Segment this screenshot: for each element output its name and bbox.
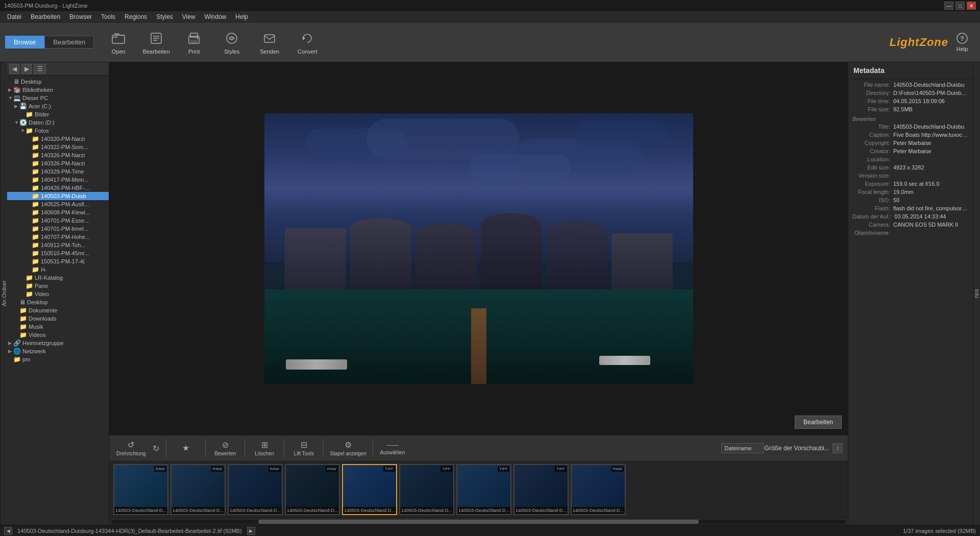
close-button[interactable]: ✕ xyxy=(967,2,976,10)
thumb-badge: RAW xyxy=(326,466,338,472)
filmstrip-thumb[interactable]: TIFF140503-Deutschland-D... xyxy=(513,464,569,515)
menu-item-styles[interactable]: Styles xyxy=(152,12,177,21)
folder-icon: 🖥 xyxy=(13,78,19,85)
tree-item[interactable]: 📁140322-PM-Som... xyxy=(7,143,109,151)
bearbeiten-button[interactable]: Bearbeiten xyxy=(138,24,175,61)
status-arrow-right[interactable]: ▶ xyxy=(247,527,255,535)
open-button[interactable]: Open xyxy=(100,24,137,61)
scroll-thumb[interactable] xyxy=(258,520,699,524)
sort-select[interactable]: DateinameDatumDateigrößeDateityp xyxy=(721,443,764,453)
tree-label: Acer (C:) xyxy=(29,103,51,109)
scroll-track[interactable] xyxy=(111,520,846,524)
tree-item[interactable]: 📁Videos xyxy=(7,331,109,339)
an-ordner-tab[interactable]: An Ordner xyxy=(0,62,7,525)
tree-item[interactable]: 📁140701-PM-Esse... xyxy=(7,216,109,225)
rotate-right-button[interactable]: ↻ xyxy=(150,443,162,454)
groesse-button[interactable]: —— Auswählen xyxy=(377,441,408,456)
tree-item[interactable]: 📁140329-PM-Time xyxy=(7,167,109,176)
back-button[interactable]: ◀ xyxy=(9,64,19,74)
tree-item[interactable]: ▼💻Dieser PC xyxy=(7,94,109,102)
menu-item-window[interactable]: Window xyxy=(201,12,231,21)
forward-button[interactable]: ▶ xyxy=(21,64,32,74)
help-button[interactable]: ? Help xyxy=(949,24,975,61)
loeschen-label: Bewerten xyxy=(214,451,236,456)
folder-icon: 💽 xyxy=(19,119,27,126)
filmstrip-thumb[interactable]: RAW140503-Deutschland-D... xyxy=(170,464,226,515)
filmstrip-thumb[interactable]: RAW140503-Deutschland-D... xyxy=(571,464,626,515)
menu-item-bearbeiten[interactable]: Bearbeiten xyxy=(27,12,64,21)
styles-button[interactable]: Styles xyxy=(213,24,250,61)
tree-label: Heimnetzgruppe xyxy=(22,340,64,346)
tree-item[interactable]: ▶🔗Heimnetzgruppe xyxy=(7,339,109,347)
tree-item[interactable]: ▶🌐Netzwerk xyxy=(7,347,109,355)
sort-order-button[interactable]: ↕ xyxy=(832,443,843,453)
menu-item-regions[interactable]: Regions xyxy=(120,12,151,21)
loeschen-button[interactable]: ⊘ Bewerten xyxy=(210,439,240,457)
tree-item[interactable]: 📁pm xyxy=(7,355,109,363)
tree-item[interactable]: 📁140701-PM-timel... xyxy=(7,225,109,233)
info-tab[interactable]: Info xyxy=(973,62,980,525)
status-arrow-left[interactable]: ◀ xyxy=(4,527,12,535)
tree-item[interactable]: 📁140912-PM-Toh... xyxy=(7,241,109,249)
filmstrip-thumb[interactable]: RAW140503-Deutschland-D... xyxy=(285,464,340,515)
metadata-label: Caption: xyxy=(852,132,893,139)
metadata-row: Edit size:4923 x 3282 xyxy=(848,164,973,172)
tree-item[interactable]: 📁Video xyxy=(7,290,109,298)
convert-button[interactable]: Convert xyxy=(289,24,326,61)
tree-item[interactable]: 📁Dokumente xyxy=(7,306,109,314)
tree-item[interactable]: 📁H- xyxy=(7,265,109,274)
separator-5 xyxy=(323,439,324,457)
tree-label: Netzwerk xyxy=(22,348,46,354)
print-button[interactable]: Print xyxy=(176,24,212,61)
tree-item[interactable]: 🖥Desktop xyxy=(7,78,109,86)
tree-item[interactable]: 📁Bilder xyxy=(7,110,109,118)
tree-item[interactable]: 🖥Desktop xyxy=(7,298,109,306)
tree-item[interactable]: 📁140326-PM-Narzi xyxy=(7,151,109,159)
metadata-value: D:\Fotos\140503-PM-Duisburg xyxy=(893,90,969,97)
menu-item-help[interactable]: Help xyxy=(231,12,252,21)
menu-button[interactable]: ☰ xyxy=(34,64,46,74)
tree-item[interactable]: 📁150510-PM-45mr... xyxy=(7,249,109,257)
tree-item[interactable]: 📁140503-PM-Duisb xyxy=(7,192,109,200)
tree-item[interactable]: 📁140417-PM-Mein... xyxy=(7,176,109,184)
filmstrip-thumb[interactable]: TIFF140503-Deutschland-D... xyxy=(456,464,511,515)
menu-item-browser[interactable]: Browser xyxy=(65,12,96,21)
tree-item[interactable]: 📁140608-PM-Klewi... xyxy=(7,208,109,216)
tree-item[interactable]: 📁Pano xyxy=(7,282,109,290)
tree-item[interactable]: ▼📁Fotos xyxy=(7,127,109,135)
tree-item[interactable]: 📁LR-Katalog xyxy=(7,274,109,282)
bewerten-button[interactable]: ★ xyxy=(170,442,201,455)
tree-item[interactable]: 📁140320-PM-Narzi xyxy=(7,135,109,143)
stapel-button[interactable]: ⊟ Lift Tools xyxy=(288,439,319,457)
tree-label: 140326-PM-Narzi xyxy=(41,160,85,166)
bearbeiten-tab[interactable]: Bearbeiten xyxy=(44,36,94,48)
bearbeiten-preview-button[interactable]: Bearbeiten xyxy=(795,416,842,429)
tree-item[interactable]: 📁Downloads xyxy=(7,314,109,323)
tree-item[interactable]: 📁140707-PM-Hohe... xyxy=(7,233,109,241)
filmstrip-thumb[interactable]: RAW140503-Deutschland-D... xyxy=(228,464,283,515)
file-browser-toolbar: ◀ ▶ ☰ xyxy=(7,62,109,76)
rotate-left-button[interactable]: ↺ Drehrichtung xyxy=(114,439,148,457)
minimize-button[interactable]: — xyxy=(944,2,953,10)
metadata-value: 19.0mm xyxy=(893,189,969,196)
tree-item[interactable]: ▼💽Daten (D:) xyxy=(7,118,109,127)
filmstrip-thumb[interactable]: TIFF140503-Deutschland-D... xyxy=(399,464,454,515)
tree-item[interactable]: 📁140426-PM-HBF-... xyxy=(7,184,109,192)
senden-button[interactable]: Senden xyxy=(251,24,288,61)
filmstrip-thumb[interactable]: TIFF140503-Deutschland-D... xyxy=(342,464,397,515)
title-text: 140503-PM-Duisburg - LightZone xyxy=(4,3,87,9)
menu-item-datei[interactable]: Datei xyxy=(3,12,26,21)
tree-item[interactable]: ▶💾Acer (C:) xyxy=(7,102,109,110)
tree-item[interactable]: 📁Musik xyxy=(7,323,109,331)
filmstrip-thumb[interactable]: RAW140503-Deutschland-D... xyxy=(113,464,168,515)
tree-item[interactable]: 📁150531-PM-17-4( xyxy=(7,257,109,265)
tree-item[interactable]: ▶📚Bibliotheken xyxy=(7,86,109,94)
menu-item-view[interactable]: View xyxy=(178,12,200,21)
lift-tools-button[interactable]: ⊞ Löschen xyxy=(249,439,280,457)
tree-item[interactable]: 📁140525-PM-Ausfl... xyxy=(7,200,109,208)
tree-item[interactable]: 📁140326-PM-Narzi xyxy=(7,159,109,167)
auswaehlen-button[interactable]: ⚙ Stapel anzeigen xyxy=(328,439,369,457)
browse-tab[interactable]: Browse xyxy=(5,36,44,48)
maximize-button[interactable]: □ xyxy=(955,2,965,10)
menu-item-tools[interactable]: Tools xyxy=(97,12,119,21)
